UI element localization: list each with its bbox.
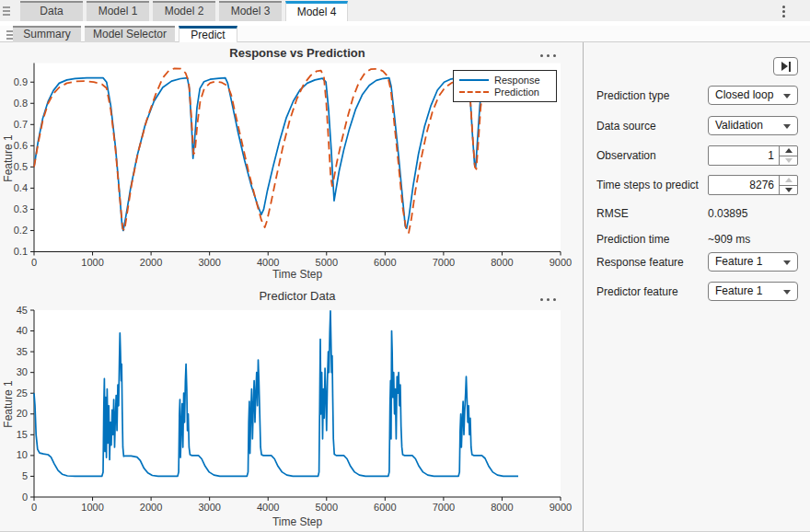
svg-text:0.6: 0.6 <box>14 140 28 151</box>
chevron-down-icon <box>783 260 791 265</box>
response-feature-value: Feature 1 <box>715 255 762 268</box>
chevron-down-icon <box>783 124 791 129</box>
observation-input[interactable] <box>709 146 779 165</box>
charts-panel: 01000200030004000500060007000800090000.1… <box>0 42 584 531</box>
svg-text:0.4: 0.4 <box>14 182 28 193</box>
svg-text:3000: 3000 <box>198 502 220 513</box>
svg-text:0: 0 <box>31 502 37 513</box>
prediction-time-value: ~909 ms <box>708 233 750 246</box>
svg-text:30: 30 <box>17 366 28 377</box>
rmse-value: 0.03895 <box>708 207 747 220</box>
tab-predict[interactable]: Predict <box>179 26 237 42</box>
svg-text:15: 15 <box>17 429 28 440</box>
svg-text:7000: 7000 <box>433 502 455 513</box>
svg-text:6000: 6000 <box>374 257 396 268</box>
predict-tab-content: 01000200030004000500060007000800090000.1… <box>0 42 810 531</box>
predictor-chart-xlabel: Time Step <box>34 515 561 528</box>
svg-text:20: 20 <box>17 408 28 419</box>
tab-data[interactable]: Data <box>20 1 83 21</box>
svg-text:0: 0 <box>31 257 37 268</box>
svg-text:0.2: 0.2 <box>14 225 28 236</box>
prediction-type-label: Prediction type <box>596 89 669 102</box>
response-chart-options-icon[interactable] <box>538 51 558 60</box>
legend-label-prediction: Prediction <box>494 87 539 98</box>
response-feature-label: Response feature <box>596 256 684 269</box>
data-source-dropdown[interactable]: Validation <box>708 116 798 135</box>
svg-text:3000: 3000 <box>198 257 220 268</box>
svg-text:0.5: 0.5 <box>14 161 28 172</box>
tab-model-1[interactable]: Model 1 <box>87 1 149 21</box>
svg-text:40: 40 <box>17 325 28 336</box>
time-steps-label: Time steps to predict <box>596 179 699 191</box>
svg-text:9000: 9000 <box>550 502 572 513</box>
predictor-feature-label: Predictor feature <box>596 285 678 298</box>
svg-text:6000: 6000 <box>374 502 396 513</box>
prediction-time-label: Prediction time <box>596 233 669 246</box>
app-window: { "doc_tab_bar": { "tabs": [ {"label": "… <box>0 0 810 532</box>
predictor-feature-dropdown[interactable]: Feature 1 <box>708 282 798 301</box>
rmse-label: RMSE <box>596 207 629 220</box>
response-chart-title: Response vs Prediction <box>34 46 561 60</box>
collapse-panel-button[interactable] <box>773 57 798 75</box>
svg-text:7000: 7000 <box>433 257 455 268</box>
predictor-chart-title: Predictor Data <box>34 289 561 303</box>
svg-text:35: 35 <box>17 346 28 357</box>
tab-summary[interactable]: Summary <box>13 26 81 42</box>
legend-label-response: Response <box>494 75 540 86</box>
svg-text:5000: 5000 <box>316 502 338 513</box>
prediction-properties-panel: Prediction type Closed loop Data source … <box>584 42 810 531</box>
time-steps-input[interactable] <box>709 176 779 194</box>
svg-text:5000: 5000 <box>316 257 338 268</box>
svg-text:9000: 9000 <box>550 257 572 268</box>
predictor-chart-options-icon[interactable] <box>538 295 558 304</box>
predictor-feature-value: Feature 1 <box>715 284 762 297</box>
plot-area-1: 0100020003000400050006000700080009000051… <box>17 305 572 514</box>
svg-text:2000: 2000 <box>140 502 162 513</box>
sub-tab-bar: Summary Model Selector Predict <box>0 26 810 42</box>
chevron-down-icon <box>783 290 791 295</box>
plots-canvas: 01000200030004000500060007000800090000.1… <box>0 42 584 531</box>
prediction-type-dropdown[interactable]: Closed loop <box>708 86 798 105</box>
svg-text:0.8: 0.8 <box>14 98 28 109</box>
tab-model-selector[interactable]: Model Selector <box>85 26 175 42</box>
time-steps-increment-button[interactable] <box>780 176 797 185</box>
svg-text:8000: 8000 <box>491 502 513 513</box>
observation-increment-button[interactable] <box>780 146 797 156</box>
data-source-label: Data source <box>596 120 656 133</box>
svg-text:2000: 2000 <box>140 257 162 268</box>
svg-text:4000: 4000 <box>257 257 279 268</box>
legend-entry-response: Response <box>459 75 550 86</box>
chevron-down-icon <box>783 94 791 98</box>
tab-bar-grip-icon[interactable] <box>3 6 10 16</box>
tab-model-4[interactable]: Model 4 <box>285 1 348 21</box>
prediction-line-sample <box>459 91 489 93</box>
legend-entry-prediction: Prediction <box>459 87 550 98</box>
svg-text:0.9: 0.9 <box>14 76 28 87</box>
svg-text:10: 10 <box>17 449 28 460</box>
svg-text:4000: 4000 <box>257 502 279 513</box>
tab-model-3[interactable]: Model 3 <box>219 1 282 21</box>
svg-text:45: 45 <box>17 305 28 316</box>
tab-model-2[interactable]: Model 2 <box>153 1 215 21</box>
response-line-sample <box>459 79 489 81</box>
svg-text:1000: 1000 <box>81 502 103 513</box>
time-steps-spinner <box>708 175 798 195</box>
observation-label: Observation <box>596 149 656 162</box>
svg-text:0.3: 0.3 <box>14 203 28 214</box>
observation-spinner <box>708 145 798 166</box>
response-feature-dropdown[interactable]: Feature 1 <box>708 252 798 272</box>
more-options-kebab-icon[interactable] <box>777 4 790 18</box>
svg-text:0: 0 <box>22 492 28 503</box>
svg-text:25: 25 <box>17 387 28 399</box>
response-chart-ylabel: Feature 1 <box>2 126 15 191</box>
time-steps-decrement-button[interactable] <box>780 185 797 195</box>
observation-decrement-button[interactable] <box>780 156 797 166</box>
svg-text:0.1: 0.1 <box>14 246 28 257</box>
predictor-chart-ylabel: Feature 1 <box>2 372 15 436</box>
svg-text:1000: 1000 <box>81 257 103 268</box>
svg-text:5: 5 <box>22 470 28 481</box>
chart-legend: Response Prediction <box>453 70 557 102</box>
svg-text:8000: 8000 <box>491 257 513 268</box>
response-chart-xlabel: Time Step <box>34 268 561 281</box>
prediction-type-value: Closed loop <box>715 88 773 101</box>
